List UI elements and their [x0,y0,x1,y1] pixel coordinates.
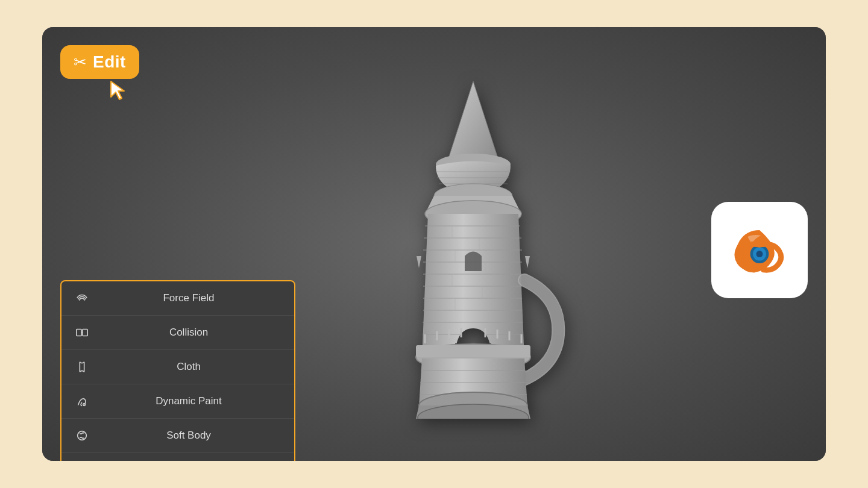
physics-menu: Force Field Collision [60,280,295,461]
svg-marker-0 [446,81,500,166]
3d-viewport: ✂ Edit Force Field [42,27,826,461]
svg-rect-46 [77,330,81,336]
tower-model [359,69,588,419]
edit-label: Edit [93,52,126,72]
force-field-icon [71,287,93,309]
cloth-icon [71,356,93,378]
dynamic-paint-icon [71,390,93,412]
physics-item-force-field[interactable]: Force Field [61,281,294,316]
physics-item-dynamic-paint[interactable]: Dynamic Paint [61,384,294,419]
svg-marker-44 [417,256,421,268]
svg-point-49 [83,404,86,406]
fluid-icon [71,459,93,461]
blender-logo [711,202,808,298]
physics-item-cloth[interactable]: Cloth [61,350,294,384]
force-field-label: Force Field [93,292,285,304]
scissors-icon: ✂ [74,53,87,72]
svg-marker-45 [111,81,124,99]
soft-body-icon [71,425,93,446]
svg-marker-43 [525,256,530,268]
blender-viewport: ✂ Edit Force Field [42,27,826,461]
dynamic-paint-label: Dynamic Paint [93,395,285,407]
collision-label: Collision [93,327,285,339]
physics-item-fluid[interactable]: Fluid [61,453,294,461]
physics-item-collision[interactable]: Collision [61,316,294,350]
edit-badge[interactable]: ✂ Edit [60,45,139,79]
svg-point-60 [756,251,763,257]
physics-item-soft-body[interactable]: Soft Body [61,419,294,453]
cursor-icon [108,80,130,102]
svg-rect-47 [83,330,87,336]
collision-icon [71,322,93,343]
svg-point-50 [78,431,87,440]
cloth-label: Cloth [93,361,285,373]
svg-rect-29 [416,345,530,357]
soft-body-label: Soft Body [93,430,285,442]
